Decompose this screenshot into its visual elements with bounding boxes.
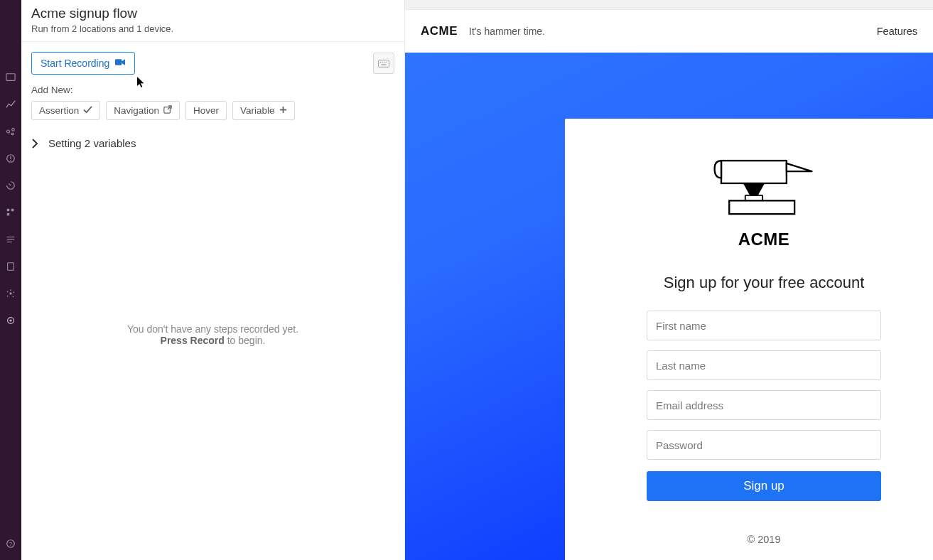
site-brand: ACME bbox=[421, 24, 458, 38]
rail-logs-icon[interactable] bbox=[4, 233, 17, 246]
svg-point-17 bbox=[13, 296, 14, 298]
signup-button-label: Sign up bbox=[743, 479, 784, 492]
rail-alerts-icon[interactable] bbox=[4, 152, 17, 165]
hover-chip-label: Hover bbox=[193, 105, 219, 116]
add-new-label: Add New: bbox=[31, 85, 394, 95]
svg-rect-9 bbox=[7, 213, 10, 216]
navigation-chip-label: Navigation bbox=[114, 105, 159, 116]
logo-text: ACME bbox=[738, 230, 790, 249]
signup-card: ACME Sign up for your free account Sign … bbox=[565, 119, 933, 560]
start-recording-button[interactable]: Start Recording bbox=[31, 52, 135, 75]
svg-rect-35 bbox=[729, 200, 794, 214]
empty-to-begin: to begin. bbox=[225, 335, 266, 346]
external-link-icon bbox=[163, 105, 172, 116]
site-header: ACME It's hammer time. Features bbox=[405, 10, 933, 53]
svg-point-14 bbox=[9, 292, 12, 295]
svg-point-19 bbox=[7, 291, 9, 293]
email-field-wrap bbox=[647, 390, 881, 420]
signup-button[interactable]: Sign up bbox=[647, 471, 881, 501]
add-variable-button[interactable]: Variable bbox=[232, 101, 295, 120]
svg-rect-34 bbox=[721, 161, 787, 183]
start-recording-label: Start Recording bbox=[41, 58, 109, 69]
browser-chrome-bar bbox=[405, 0, 933, 10]
empty-press-record: Press Record bbox=[161, 335, 225, 346]
rail-help-icon[interactable]: ? bbox=[4, 537, 17, 550]
add-navigation-button[interactable]: Navigation bbox=[106, 101, 180, 120]
svg-point-2 bbox=[12, 129, 15, 131]
editor-panel: Acme signup flow Run from 2 locations an… bbox=[21, 0, 405, 560]
video-camera-icon bbox=[115, 58, 126, 69]
rail-dashboard-icon[interactable] bbox=[4, 71, 17, 84]
empty-state: You don't have any steps recorded yet. P… bbox=[21, 152, 404, 560]
email-field[interactable] bbox=[656, 399, 872, 411]
password-field-wrap bbox=[647, 430, 881, 460]
rail-metrics-icon[interactable] bbox=[4, 98, 17, 111]
empty-line-1: You don't have any steps recorded yet. bbox=[127, 323, 298, 335]
svg-rect-29 bbox=[386, 61, 387, 62]
browser-preview: ACME It's hammer time. Features bbox=[405, 0, 933, 560]
anvil-logo-icon bbox=[711, 158, 817, 221]
first-name-field[interactable] bbox=[656, 320, 872, 332]
variable-chip-label: Variable bbox=[240, 105, 275, 116]
svg-rect-0 bbox=[6, 74, 15, 81]
svg-point-18 bbox=[7, 296, 9, 297]
svg-rect-25 bbox=[378, 60, 389, 67]
left-rail: ? bbox=[0, 0, 21, 560]
add-hover-button[interactable]: Hover bbox=[185, 101, 227, 120]
last-name-field-wrap bbox=[647, 350, 881, 380]
svg-point-15 bbox=[10, 289, 11, 291]
step-setting-variables[interactable]: Setting 2 variables bbox=[31, 137, 394, 149]
svg-rect-27 bbox=[382, 61, 382, 62]
svg-rect-26 bbox=[380, 61, 381, 62]
rail-infrastructure-icon[interactable] bbox=[4, 206, 17, 219]
svg-point-21 bbox=[9, 319, 11, 321]
svg-rect-28 bbox=[384, 61, 384, 62]
chevron-right-icon bbox=[31, 139, 41, 149]
password-field[interactable] bbox=[656, 439, 872, 451]
last-name-field[interactable] bbox=[656, 360, 872, 372]
svg-rect-8 bbox=[11, 209, 14, 212]
check-icon bbox=[83, 105, 92, 116]
copyright: © 2019 bbox=[748, 534, 781, 545]
svg-rect-24 bbox=[115, 59, 122, 65]
plus-icon bbox=[279, 105, 287, 116]
rail-traces-icon[interactable] bbox=[4, 125, 17, 138]
test-title: Acme signup flow bbox=[31, 6, 394, 21]
svg-point-3 bbox=[11, 133, 14, 135]
test-subtitle: Run from 2 locations and 1 device. bbox=[31, 23, 394, 34]
signup-heading: Sign up for your free account bbox=[664, 274, 865, 292]
svg-text:?: ? bbox=[9, 541, 13, 547]
rail-rum-icon[interactable] bbox=[4, 179, 17, 192]
nav-features[interactable]: Features bbox=[877, 26, 917, 37]
svg-rect-30 bbox=[381, 64, 386, 65]
svg-point-16 bbox=[14, 291, 15, 293]
assertion-chip-label: Assertion bbox=[39, 105, 79, 116]
site-tagline: It's hammer time. bbox=[469, 26, 545, 37]
first-name-field-wrap bbox=[647, 311, 881, 340]
hero-section: ACME Sign up for your free account Sign … bbox=[405, 53, 933, 560]
settings-button[interactable] bbox=[373, 53, 394, 74]
add-assertion-button[interactable]: Assertion bbox=[31, 101, 100, 120]
rail-synthetics-icon[interactable] bbox=[4, 287, 17, 300]
step-label: Setting 2 variables bbox=[48, 137, 136, 149]
svg-point-1 bbox=[6, 130, 9, 133]
rail-notebooks-icon[interactable] bbox=[4, 260, 17, 273]
svg-rect-13 bbox=[8, 263, 14, 271]
svg-rect-7 bbox=[7, 209, 10, 212]
keyboard-icon bbox=[378, 60, 389, 68]
svg-point-6 bbox=[10, 160, 11, 161]
rail-settings-icon[interactable] bbox=[4, 314, 17, 327]
